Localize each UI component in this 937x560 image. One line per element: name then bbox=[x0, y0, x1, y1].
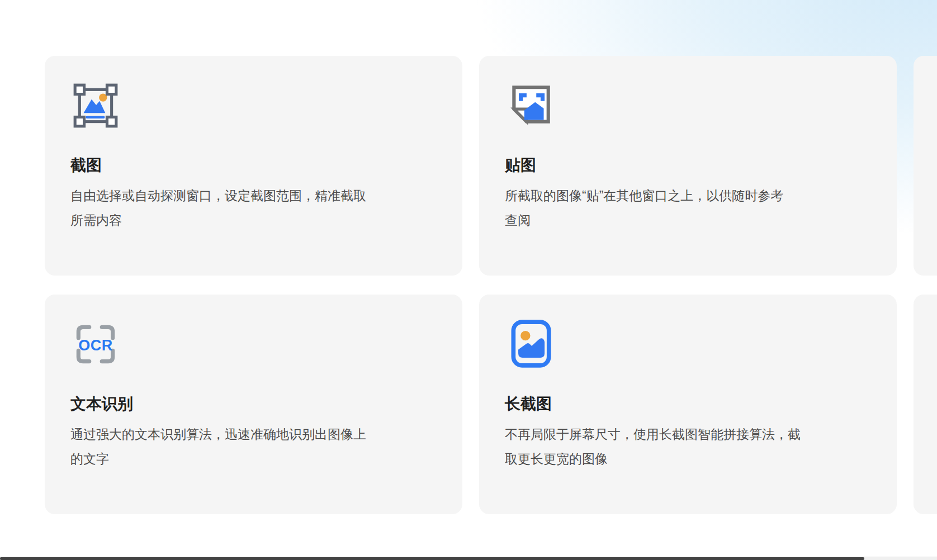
card-description: 所截取的图像“贴”在其他窗口之上，以供随时参考 查阅 bbox=[505, 183, 854, 232]
ocr-icon: OCR bbox=[70, 319, 121, 369]
ocr-icon-text: OCR bbox=[70, 337, 121, 354]
card-description: 自由选择或自动探测窗口，设定截图范围，精准截取 所需内容 bbox=[70, 183, 420, 232]
screenshot-selection-icon bbox=[70, 80, 121, 131]
card-title: 文本识别 bbox=[70, 395, 436, 413]
horizontal-scrollbar-track[interactable] bbox=[0, 557, 937, 560]
card-long-screenshot: 长截图 不再局限于屏幕尺寸，使用长截图智能拼接算法，截 取更长更宽的图像 bbox=[479, 295, 897, 514]
card-title: 贴图 bbox=[505, 156, 870, 174]
pinned-image-icon bbox=[505, 80, 555, 131]
card-title: 长截图 bbox=[505, 395, 870, 413]
horizontal-scrollbar-thumb[interactable] bbox=[0, 557, 864, 560]
long-screenshot-icon bbox=[505, 319, 555, 369]
card-partial bbox=[914, 56, 937, 276]
card-description: 通过强大的文本识别算法，迅速准确地识别出图像上 的文字 bbox=[70, 422, 420, 471]
card-description: 不再局限于屏幕尺寸，使用长截图智能拼接算法，截 取更长更宽的图像 bbox=[505, 422, 854, 471]
card-pin-image: 贴图 所截取的图像“贴”在其他窗口之上，以供随时参考 查阅 bbox=[479, 56, 897, 276]
card-partial bbox=[914, 295, 937, 514]
card-screenshot: 截图 自由选择或自动探测窗口，设定截图范围，精准截取 所需内容 bbox=[45, 56, 462, 276]
feature-card-grid: 截图 自由选择或自动探测窗口，设定截图范围，精准截取 所需内容 贴图 所截取的图… bbox=[45, 56, 937, 514]
card-title: 截图 bbox=[70, 156, 436, 174]
card-ocr: OCR 文本识别 通过强大的文本识别算法，迅速准确地识别出图像上 的文字 bbox=[45, 295, 462, 514]
